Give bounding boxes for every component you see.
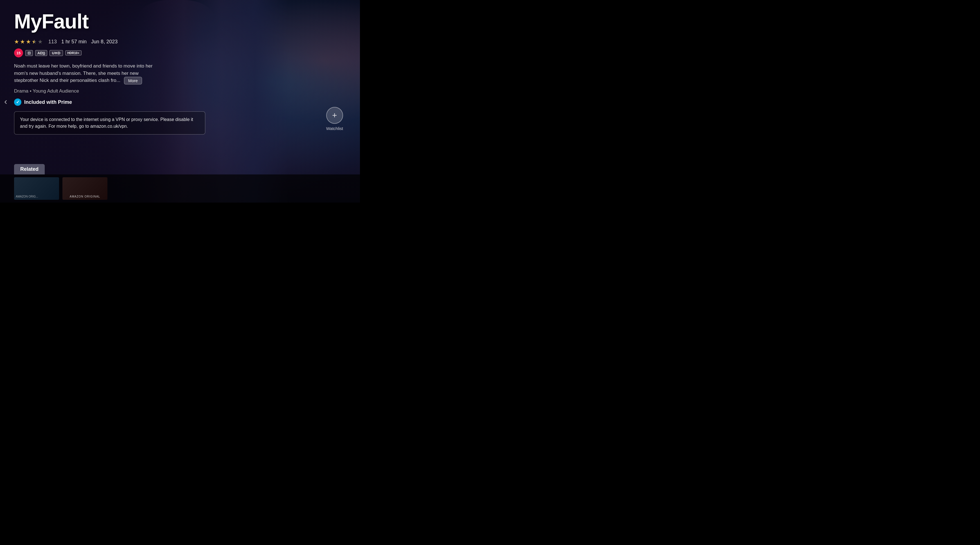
vpn-notice: Your device is connected to the internet… <box>14 112 205 134</box>
related-tab[interactable]: Related <box>14 164 45 174</box>
prime-check-icon: ✓ <box>14 99 21 106</box>
genres-text: Drama • Young Adult Audience <box>14 88 346 94</box>
star-half <box>32 38 37 45</box>
vpn-notice-text: Your device is connected to the internet… <box>20 117 193 129</box>
more-button[interactable]: More <box>124 77 142 84</box>
related-section: Related AMAZON ORIG... AMAZON ORIGINAL <box>0 164 360 202</box>
back-chevron-icon: ‹ <box>4 96 7 106</box>
movie-description: Noah must leave her town, boyfriend and … <box>14 62 160 84</box>
release-date: Jun 8, 2023 <box>91 39 118 45</box>
ad-badge: AD)) <box>35 50 47 56</box>
related-card-2[interactable]: AMAZON ORIGINAL <box>62 177 107 200</box>
rating-count: 113 <box>48 39 57 45</box>
uhd-badge: UHD <box>49 50 63 56</box>
cc-badge: ⊡ <box>25 50 33 56</box>
star-rating: ★ ★ ★ ★ <box>14 38 43 45</box>
cc-icon: ⊡ <box>27 51 31 55</box>
star-1: ★ <box>14 38 19 45</box>
meta-row: ★ ★ ★ ★ 113 1 hr 57 min Jun 8, 2023 <box>14 38 346 45</box>
related-strip: AMAZON ORIG... AMAZON ORIGINAL <box>0 174 360 202</box>
prime-inclusion-row: ✓ Included with Prime <box>14 99 346 106</box>
star-2: ★ <box>20 38 25 45</box>
hdr-badge: HDR10+ <box>65 50 82 56</box>
nav-arrow-left[interactable]: ‹ <box>4 96 7 107</box>
star-empty: ★ <box>38 38 43 45</box>
related-card-1[interactable]: AMAZON ORIG... <box>14 177 59 200</box>
age-rating-badge: 15 <box>14 48 23 57</box>
movie-title: MyFault <box>14 11 346 32</box>
badges-row: 15 ⊡ AD)) UHD HDR10+ <box>14 48 346 57</box>
prime-label: Included with Prime <box>24 99 72 105</box>
star-3: ★ <box>26 38 31 45</box>
duration: 1 hr 57 min <box>61 39 87 45</box>
